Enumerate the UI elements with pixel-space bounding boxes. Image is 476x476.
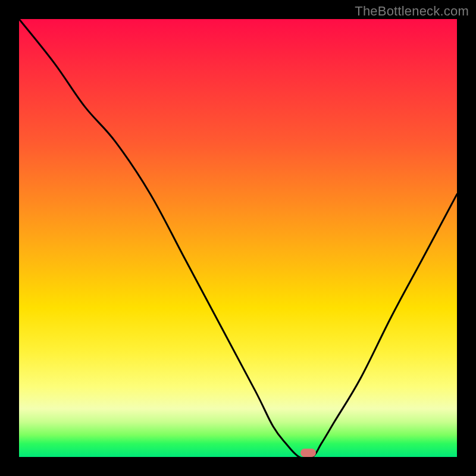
chart-frame: TheBottleneck.com [0,0,476,476]
bottleneck-curve [19,19,457,457]
optimal-marker [300,449,316,457]
plot-area [19,19,457,457]
watermark-text: TheBottleneck.com [355,4,469,19]
